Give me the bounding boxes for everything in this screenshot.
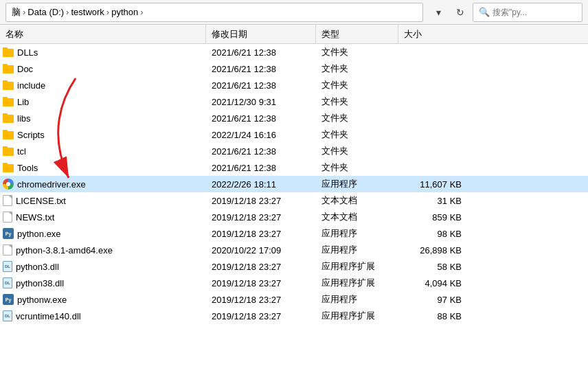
- file-modified-cell: 2022/2/26 18:11: [206, 176, 316, 192]
- file-name-cell: libs: [0, 110, 206, 126]
- table-row[interactable]: DLpython3.dll2019/12/18 23:27应用程序扩展58 KB: [0, 258, 588, 275]
- file-modified-cell: 2019/12/18 23:27: [206, 258, 316, 275]
- file-modified-cell: 2021/6/21 12:38: [206, 110, 316, 126]
- breadcrumb-separator: ›: [106, 7, 109, 17]
- file-name-cell: DLpython38.dll: [0, 275, 206, 291]
- file-size-cell: 88 KB: [398, 308, 467, 324]
- breadcrumb-separator: ›: [23, 7, 25, 17]
- file-modified-cell: 2019/12/18 23:27: [206, 275, 316, 291]
- file-size-cell: [398, 93, 467, 110]
- file-modified-cell: 2021/6/21 12:38: [206, 44, 316, 60]
- file-name: vcruntime140.dll: [16, 311, 81, 321]
- file-name-cell: python-3.8.1-amd64.exe: [0, 242, 206, 258]
- col-type[interactable]: 类型: [316, 25, 398, 43]
- file-name-cell: DLLs: [0, 44, 206, 60]
- file-size-cell: [398, 143, 467, 159]
- file-name: python.exe: [17, 229, 61, 239]
- file-modified-cell: 2021/6/21 12:38: [206, 143, 316, 159]
- file-size-cell: 97 KB: [398, 291, 467, 308]
- table-row[interactable]: Scripts2022/1/24 16:16文件夹: [0, 126, 588, 143]
- file-type-cell: 文件夹: [316, 77, 398, 93]
- file-modified-cell: 2019/12/18 23:27: [206, 225, 316, 242]
- folder-icon: [3, 113, 14, 123]
- file-type-cell: 文件夹: [316, 110, 398, 126]
- file-type-cell: 应用程序: [316, 225, 398, 242]
- folder-icon: [3, 80, 14, 90]
- txt-icon: [3, 212, 12, 223]
- file-type-cell: 文本文档: [316, 192, 398, 209]
- file-size-cell: [398, 126, 467, 143]
- file-size-cell: [398, 159, 467, 176]
- table-row[interactable]: NEWS.txt2019/12/18 23:27文本文档859 KB: [0, 209, 588, 225]
- file-name-cell: Tools: [0, 159, 206, 176]
- chrome-icon: [3, 179, 14, 190]
- file-type-cell: 文件夹: [316, 93, 398, 110]
- table-row[interactable]: Doc2021/6/21 12:38文件夹: [0, 60, 588, 77]
- file-name: tcl: [17, 146, 26, 157]
- table-row[interactable]: include2021/6/21 12:38文件夹: [0, 77, 588, 93]
- file-name: python-3.8.1-amd64.exe: [16, 245, 113, 255]
- table-row[interactable]: DLLs2021/6/21 12:38文件夹: [0, 44, 588, 60]
- file-modified-cell: 2019/12/18 23:27: [206, 308, 316, 324]
- folder-icon: [3, 146, 14, 156]
- breadcrumb-item[interactable]: testwork: [71, 7, 104, 17]
- file-name: include: [17, 80, 45, 91]
- breadcrumb[interactable]: 脑 › Data (D:) › testwork › python ›: [5, 3, 423, 22]
- file-name: Scripts: [17, 130, 45, 140]
- file-type-cell: 应用程序: [316, 242, 398, 258]
- table-row[interactable]: tcl2021/6/21 12:38文件夹: [0, 143, 588, 159]
- file-name-cell: NEWS.txt: [0, 209, 206, 225]
- file-type-cell: 文件夹: [316, 159, 398, 176]
- file-name: pythonw.exe: [17, 295, 67, 305]
- file-name-cell: DLvcruntime140.dll: [0, 308, 206, 324]
- dll-icon: DL: [3, 261, 12, 272]
- file-size-cell: [398, 77, 467, 93]
- file-type-cell: 应用程序扩展: [316, 275, 398, 291]
- file-type-cell: 文本文档: [316, 209, 398, 225]
- table-row[interactable]: Pypythonw.exe2019/12/18 23:27应用程序97 KB: [0, 291, 588, 308]
- breadcrumb-item[interactable]: python: [111, 7, 138, 17]
- table-row[interactable]: Tools2021/6/21 12:38文件夹: [0, 159, 588, 176]
- file-list[interactable]: DLLs2021/6/21 12:38文件夹Doc2021/6/21 12:38…: [0, 44, 588, 375]
- table-row[interactable]: python-3.8.1-amd64.exe2020/10/22 17:09应用…: [0, 242, 588, 258]
- table-row[interactable]: DLpython38.dll2019/12/18 23:27应用程序扩展4,09…: [0, 275, 588, 291]
- breadcrumb-item[interactable]: 脑: [12, 6, 21, 19]
- file-size-cell: [398, 44, 467, 60]
- table-row[interactable]: LICENSE.txt2019/12/18 23:27文本文档31 KB: [0, 192, 588, 209]
- refresh-button[interactable]: ↻: [451, 3, 470, 22]
- file-modified-cell: 2019/12/18 23:27: [206, 209, 316, 225]
- nav-buttons: ▾ ↻: [429, 3, 470, 22]
- file-name-cell: DLpython3.dll: [0, 258, 206, 275]
- txt-icon: [3, 195, 12, 206]
- table-row[interactable]: Lib2021/12/30 9:31文件夹: [0, 93, 588, 110]
- file-name: Lib: [17, 97, 29, 107]
- table-row[interactable]: chromedriver.exe2022/2/26 18:11应用程序11,60…: [0, 176, 588, 192]
- file-name: NEWS.txt: [16, 212, 54, 223]
- file-size-cell: [398, 60, 467, 77]
- table-row[interactable]: libs2021/6/21 12:38文件夹: [0, 110, 588, 126]
- file-modified-cell: 2020/10/22 17:09: [206, 242, 316, 258]
- dropdown-button[interactable]: ▾: [429, 3, 448, 22]
- col-size[interactable]: 大小: [398, 25, 467, 43]
- file-name: Tools: [17, 163, 38, 173]
- search-area[interactable]: 🔍: [473, 3, 583, 22]
- file-type-cell: 应用程序: [316, 176, 398, 192]
- table-row[interactable]: Pypython.exe2019/12/18 23:27应用程序98 KB: [0, 225, 588, 242]
- col-modified[interactable]: 修改日期: [206, 25, 316, 43]
- search-input[interactable]: [493, 8, 576, 17]
- file-name-cell: include: [0, 77, 206, 93]
- folder-icon: [3, 130, 14, 139]
- col-name[interactable]: 名称: [0, 25, 206, 43]
- file-name: DLLs: [17, 47, 38, 58]
- folder-icon: [3, 64, 14, 73]
- folder-icon: [3, 163, 14, 172]
- file-name: chromedriver.exe: [17, 179, 86, 190]
- file-size-cell: 26,898 KB: [398, 242, 467, 258]
- breadcrumb-item[interactable]: Data (D:): [27, 7, 64, 17]
- file-name: libs: [17, 113, 31, 124]
- table-row[interactable]: DLvcruntime140.dll2019/12/18 23:27应用程序扩展…: [0, 308, 588, 324]
- file-name: python3.dll: [16, 262, 59, 272]
- file-name-cell: Pypythonw.exe: [0, 291, 206, 308]
- dll-icon: DL: [3, 277, 12, 288]
- file-modified-cell: 2021/6/21 12:38: [206, 159, 316, 176]
